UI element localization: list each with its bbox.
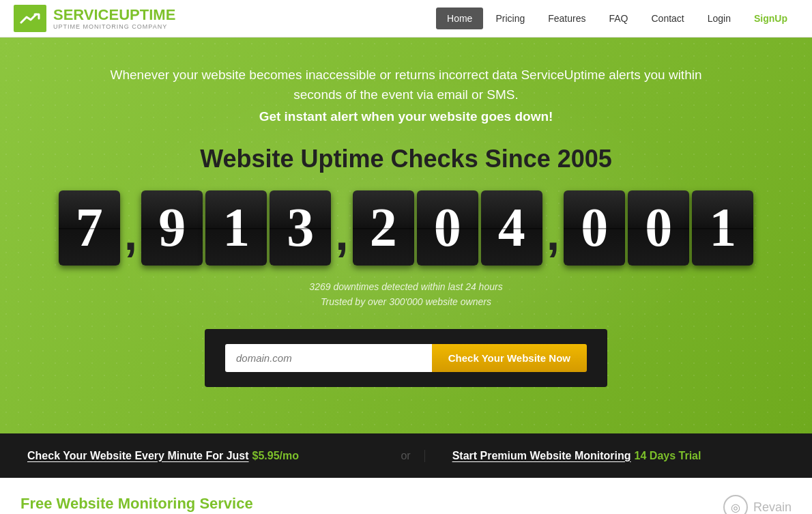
counter-digit-2: 9 [141, 190, 203, 266]
revain-label: Revain [753, 500, 792, 515]
hero-description: Whenever your website becomes inaccessib… [99, 65, 713, 105]
hero-section: Whenever your website becomes inaccessib… [0, 38, 812, 433]
cta-bar: Check Your Website Every Minute For Just… [0, 433, 812, 478]
nav-pricing[interactable]: Pricing [484, 8, 536, 29]
bottom-section: Free Website Monitoring Service ◎ Revain [0, 478, 812, 514]
counter-digit-7: 4 [481, 190, 542, 266]
revain-icon: ◎ [723, 495, 748, 514]
counter-digit-6: 0 [417, 190, 478, 266]
counter-digit-3: 1 [205, 190, 267, 266]
hero-alert: Get instant alert when your website goes… [14, 109, 798, 124]
domain-search-input[interactable] [225, 344, 432, 372]
nav-login[interactable]: Login [697, 8, 742, 29]
check-website-button[interactable]: Check Your Website Now [432, 344, 587, 372]
counter-stats: 3269 downtimes detected within last 24 h… [14, 279, 798, 310]
navbar: SERVICEUPTIME UPTIME MONITORING COMPANY … [0, 0, 812, 38]
uptime-counter: 7 , 9 1 3 , 2 0 4 , 0 0 1 [14, 190, 798, 266]
free-monitoring-title: Free Website Monitoring Service [20, 495, 253, 513]
counter-digit-1: 7 [59, 190, 120, 266]
cta-divider: or [387, 450, 424, 462]
cta-right[interactable]: Start Premium Website Monitoring 14 Days… [424, 450, 812, 462]
nav-contact[interactable]: Contact [640, 8, 695, 29]
counter-digit-5: 2 [353, 190, 414, 266]
nav-signup[interactable]: SignUp [743, 8, 798, 29]
logo-text: SERVICEUPTIME UPTIME MONITORING COMPANY [53, 7, 175, 30]
cta-right-text: Start Premium Website Monitoring [452, 450, 631, 462]
logo-name-part1: SERVICE [53, 6, 119, 23]
logo-tagline: UPTIME MONITORING COMPANY [53, 23, 175, 30]
stat-trusted: Trusted by over 300'000 website owners [14, 294, 798, 309]
cta-left-text: Check Your Website Every Minute For Just [27, 450, 249, 462]
stat-downtimes: 3269 downtimes detected within last 24 h… [14, 279, 798, 294]
revain-badge: ◎ Revain [723, 495, 792, 514]
counter-digit-8: 0 [564, 190, 625, 266]
search-box: Check Your Website Now [205, 329, 607, 387]
counter-sep-2: , [335, 210, 348, 266]
search-row: Check Your Website Now [225, 344, 587, 372]
counter-digit-9: 0 [628, 190, 689, 266]
logo-icon [14, 5, 46, 32]
counter-digit-10: 1 [692, 190, 753, 266]
nav-home[interactable]: Home [436, 8, 483, 29]
nav-features[interactable]: Features [537, 8, 596, 29]
counter-digit-4: 3 [270, 190, 331, 266]
cta-price: $5.95/mo [252, 450, 299, 462]
logo-name-part2: UPTIME [119, 6, 175, 23]
nav-faq[interactable]: FAQ [598, 8, 639, 29]
counter-sep-1: , [124, 210, 137, 266]
logo-area: SERVICEUPTIME UPTIME MONITORING COMPANY [14, 5, 175, 32]
cta-trial: 14 Days Trial [635, 450, 701, 462]
counter-title: Website Uptime Checks Since 2005 [14, 145, 798, 173]
cta-left[interactable]: Check Your Website Every Minute For Just… [0, 450, 387, 462]
nav-links: Home Pricing Features FAQ Contact Login … [436, 8, 798, 29]
counter-sep-3: , [547, 210, 560, 266]
